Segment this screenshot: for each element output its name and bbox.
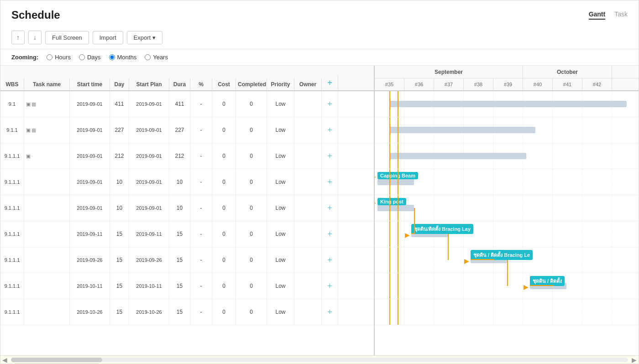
- cell-add[interactable]: +: [322, 247, 338, 273]
- tab-gantt[interactable]: Gantt: [589, 10, 606, 20]
- cell-starttime: 2019-10-26: [70, 299, 110, 325]
- cell-startplan: 2019-09-01: [129, 91, 169, 117]
- collapse-up-button[interactable]: ↑: [11, 31, 25, 44]
- cell-priority: Low: [267, 247, 294, 273]
- gantt-vline-1: [389, 247, 390, 273]
- col-header-day: Day: [110, 78, 129, 90]
- cell-taskname: [24, 169, 70, 195]
- table-row[interactable]: 9.1.1.1 2019-09-26 15 2019-09-26 15 - 0 …: [0, 247, 374, 273]
- cell-add[interactable]: +: [322, 299, 338, 325]
- gantt-label: ชุดดิน / ติดตั้ง: [530, 276, 565, 286]
- cell-starttime: 2019-10-11: [70, 273, 110, 299]
- cell-completed: 0: [236, 299, 267, 325]
- cell-day: 10: [110, 195, 129, 221]
- cell-wbs: 9.1.1.1: [0, 221, 24, 247]
- cell-cost: 0: [212, 117, 236, 143]
- table-row[interactable]: 9.1.1 ▣▦ 2019-09-01 227 2019-09-01 227 -…: [0, 117, 374, 143]
- cell-completed: 0: [236, 195, 267, 221]
- cell-add[interactable]: +: [322, 91, 338, 117]
- expand-icon[interactable]: ▣: [26, 101, 31, 107]
- cell-dura: 15: [169, 247, 190, 273]
- cell-percent: -: [190, 247, 212, 273]
- cell-startplan: 2019-09-01: [129, 169, 169, 195]
- cell-cost: 0: [212, 195, 236, 221]
- table-row[interactable]: 9.1.1.1 2019-10-26 15 2019-10-26 15 - 0 …: [0, 299, 374, 325]
- expand-icon[interactable]: ▣: [26, 127, 31, 133]
- gantt-label: ชุดดิน/ติดตั้ง Bracing Lay: [411, 224, 473, 234]
- table-row[interactable]: 9.1.1.1 2019-09-01 10 2019-09-01 10 - 0 …: [0, 195, 374, 221]
- cell-taskname: [24, 221, 70, 247]
- gantt-row: [375, 299, 639, 325]
- gantt-week-#35: #35: [375, 78, 404, 90]
- cell-dura: 212: [169, 143, 190, 169]
- zoom-label: Zooming:: [11, 54, 38, 61]
- gantt-container: WBS Task name Start time Day Start Plan …: [0, 66, 639, 355]
- gantt-months: September October: [375, 66, 639, 78]
- col-header-add: +: [322, 75, 338, 90]
- cell-day: 15: [110, 247, 129, 273]
- cell-owner: [294, 247, 322, 273]
- tab-task[interactable]: Task: [614, 10, 628, 20]
- page-title: Schedule: [11, 9, 60, 21]
- col-header-dura: Dura: [169, 78, 190, 90]
- table-row[interactable]: 9.1.1.1 2019-09-11 15 2019-09-11 15 - 0 …: [0, 221, 374, 247]
- gantt-connector-v: [414, 208, 415, 234]
- gantt-chart: September October #35#36#37#38#39#40#41#…: [375, 66, 639, 355]
- cell-completed: 0: [236, 91, 267, 117]
- gantt-row: ชุดดิน / ติดตั้ง▶: [375, 273, 639, 299]
- gantt-week-#36: #36: [404, 78, 434, 90]
- cell-completed: 0: [236, 221, 267, 247]
- folder-icon: ▦: [31, 127, 36, 133]
- cell-add[interactable]: +: [322, 169, 338, 195]
- scroll-right-icon[interactable]: ▶: [630, 356, 639, 364]
- cell-dura: 411: [169, 91, 190, 117]
- cell-starttime: 2019-09-01: [70, 195, 110, 221]
- gantt-row: Capping Beam▶: [375, 169, 639, 195]
- col-header-starttime: Start time: [70, 78, 110, 90]
- cell-cost: 0: [212, 299, 236, 325]
- cell-add[interactable]: +: [322, 221, 338, 247]
- cell-day: 212: [110, 143, 129, 169]
- zoom-days[interactable]: Days: [79, 54, 101, 61]
- bottom-scrollbar[interactable]: ◀ ▶: [0, 355, 639, 364]
- gantt-week-#39: #39: [493, 78, 523, 90]
- gantt-arrow: ▶: [524, 283, 529, 291]
- cell-owner: [294, 299, 322, 325]
- gantt-month-september: September: [375, 66, 523, 78]
- app-container: Schedule Gantt Task ↑ ↓ Full Screen Impo…: [0, 0, 639, 364]
- expand-icon[interactable]: ▣: [26, 153, 31, 159]
- gantt-week-#40: #40: [523, 78, 553, 90]
- gantt-vline-1: [389, 299, 390, 325]
- table-row[interactable]: 9.1 ▣▦ 2019-09-01 411 2019-09-01 411 - 0…: [0, 91, 374, 117]
- table-row[interactable]: 9.1.1.1 2019-09-01 10 2019-09-01 10 - 0 …: [0, 169, 374, 195]
- cell-percent: -: [190, 221, 212, 247]
- table-row[interactable]: 9.1.1.1 ▣ 2019-09-01 212 2019-09-01 212 …: [0, 143, 374, 169]
- horizontal-scrollbar-thumb[interactable]: [11, 358, 102, 362]
- cell-add[interactable]: +: [322, 273, 338, 299]
- zoom-years[interactable]: Years: [145, 54, 168, 61]
- gantt-connector-h: [471, 259, 494, 260]
- scroll-left-icon[interactable]: ◀: [0, 356, 9, 364]
- zoom-hours[interactable]: Hours: [47, 54, 71, 61]
- cell-priority: Low: [267, 91, 294, 117]
- zoom-months[interactable]: Months: [109, 54, 137, 61]
- cell-wbs: 9.1: [0, 91, 24, 117]
- cell-owner: [294, 91, 322, 117]
- gantt-label: ชุดดิน / ติดตั้ง Bracing Le: [471, 250, 533, 260]
- cell-wbs: 9.1.1: [0, 117, 24, 143]
- table-row[interactable]: 9.1.1.1 2019-10-11 15 2019-10-11 15 - 0 …: [0, 273, 374, 299]
- export-button[interactable]: Export ▾: [127, 31, 162, 44]
- cell-add[interactable]: +: [322, 117, 338, 143]
- cell-day: 15: [110, 273, 129, 299]
- import-button[interactable]: Import: [93, 31, 123, 44]
- cell-add[interactable]: +: [322, 143, 338, 169]
- cell-add[interactable]: +: [322, 195, 338, 221]
- gantt-bar: [389, 153, 526, 159]
- gantt-arrow: ▶: [464, 257, 469, 265]
- collapse-down-button[interactable]: ↓: [28, 31, 42, 44]
- cell-percent: -: [190, 169, 212, 195]
- cell-startplan: 2019-09-01: [129, 195, 169, 221]
- fullscreen-button[interactable]: Full Screen: [45, 31, 89, 44]
- cell-taskname: [24, 195, 70, 221]
- cell-cost: 0: [212, 273, 236, 299]
